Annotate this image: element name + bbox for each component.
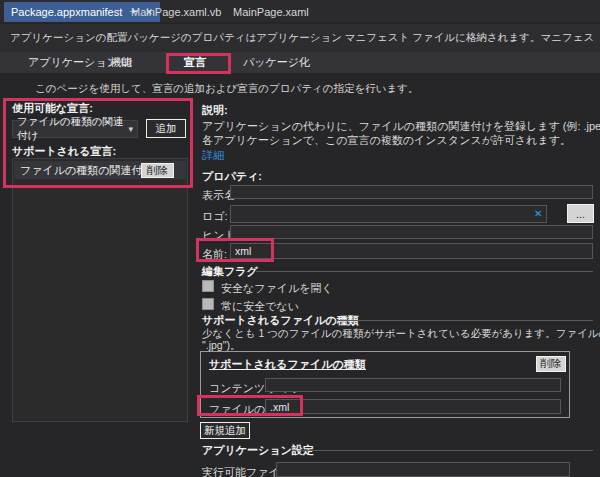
divider [256, 271, 593, 272]
logo-label: ロゴ: [202, 209, 228, 224]
description-line1: アプリケーションの代わりに、ファイルの種類の関連付けを登録します (例: .jp… [202, 119, 600, 134]
tab-packaging[interactable]: パッケージ化 [243, 55, 310, 70]
manifest-description-text: アプリケーションの配置パッケージのプロパティはアプリケーション マニフェスト フ… [10, 31, 595, 45]
logo-input[interactable] [230, 205, 547, 223]
open-is-safe-checkbox[interactable] [202, 280, 214, 292]
manifest-description-band: アプリケーションの配置パッケージのプロパティはアプリケーション マニフェスト フ… [0, 24, 600, 52]
name-input[interactable] [230, 243, 593, 259]
more-info-link[interactable]: 詳細 [202, 148, 224, 163]
always-unsafe-checkbox[interactable] [202, 298, 214, 310]
description-heading: 説明: [202, 103, 228, 118]
display-name-input[interactable] [230, 185, 593, 199]
remove-declaration-button[interactable]: 削除 [141, 163, 174, 178]
executable-input[interactable] [276, 462, 570, 477]
editor-tab-label: MainPage.xaml.vb [131, 6, 222, 18]
file-type-group-title: サポートされるファイルの種類 [209, 357, 366, 372]
add-new-file-type-button[interactable]: 新規追加 [200, 422, 250, 439]
file-types-note-line1: 少なくとも 1 つのファイルの種類がサポートされている必要があります。ファイルの… [202, 327, 600, 341]
divider [338, 320, 593, 321]
supported-file-type-group: サポートされるファイルの種類 削除 コンテンツ タイプ: ファイルの種類: [200, 351, 570, 418]
tooltip-input[interactable] [230, 225, 593, 239]
app-settings-heading: アプリケーション設定 [202, 443, 314, 458]
content-type-input[interactable] [265, 378, 561, 392]
open-is-safe-label: 安全なファイルを開く [221, 281, 333, 296]
editor-tab-strip: Package.appxmanifest ✕ MainPage.xaml.vb … [0, 0, 600, 22]
always-unsafe-label: 常に安全でない [221, 299, 299, 314]
add-declaration-button[interactable]: 追加 [146, 119, 186, 138]
divider [300, 450, 593, 451]
supported-file-types-heading: サポートされるファイルの種類 [202, 313, 359, 328]
editor-tab-label: MainPage.xaml [233, 6, 309, 18]
available-declarations-label: 使用可能な宣言: [12, 101, 93, 116]
page-intro-text: このページを使用して、宣言の追加および宣言のプロパティの指定を行います。 [35, 82, 418, 96]
tab-capabilities[interactable]: 機能 [110, 55, 132, 70]
description-line2: 各アプリケーションで、この宣言の複数のインスタンスが許可されます。 [202, 133, 571, 148]
name-label: 名前: [202, 247, 227, 262]
designer-tab-bar: アプリケーション UI 機能 宣言 パッケージ化 [0, 52, 600, 73]
declaration-dropdown[interactable]: ファイルの種類の関連付け ▾ [12, 120, 138, 138]
file-type-input[interactable] [265, 399, 561, 414]
editor-tab-label: Package.appxmanifest [11, 6, 122, 18]
supported-declarations-label: サポートされる宣言: [12, 144, 116, 159]
declaration-dropdown-value: ファイルの種類の関連付け [17, 115, 128, 143]
editor-tab-mainpage-xaml[interactable]: MainPage.xaml [226, 2, 316, 22]
browse-logo-button[interactable]: ... [567, 204, 594, 223]
edit-flags-heading: 編集フラグ [202, 264, 258, 279]
supported-declarations-list[interactable]: ファイルの種類の関連付け 削除 [12, 158, 188, 422]
remove-file-type-button[interactable]: 削除 [536, 356, 566, 372]
chevron-down-icon: ▾ [128, 124, 133, 134]
clear-logo-icon[interactable]: ✕ [534, 208, 542, 219]
list-item-label: ファイルの種類の関連付け [20, 163, 154, 178]
manifest-designer-window: Package.appxmanifest ✕ MainPage.xaml.vb … [0, 0, 600, 477]
editor-tab-mainpage-xaml-vb[interactable]: MainPage.xaml.vb [124, 2, 229, 22]
tab-declarations[interactable]: 宣言 [184, 55, 206, 70]
properties-heading: プロパティ: [202, 169, 262, 184]
